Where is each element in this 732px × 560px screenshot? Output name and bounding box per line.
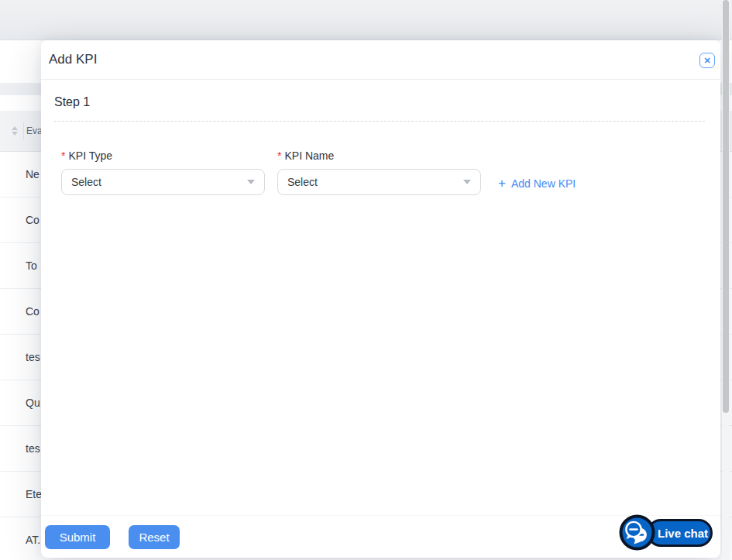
table-cell-text: tes	[26, 442, 40, 455]
table-cell-text: Qu	[26, 397, 40, 409]
live-chat-widget[interactable]: Live chat	[619, 514, 713, 551]
add-new-kpi-label: Add New KPI	[511, 177, 576, 191]
kpi-name-label-text: KPI Name	[284, 149, 334, 162]
kpi-name-select[interactable]: Select	[277, 169, 481, 195]
close-icon[interactable]: ✕	[699, 53, 715, 68]
chat-bubbles-icon	[619, 514, 655, 551]
submit-button[interactable]: Submit	[45, 525, 110, 549]
live-chat-label: Live chat	[658, 527, 708, 540]
step-divider	[54, 121, 705, 122]
modal-header: Add KPI ✕	[41, 40, 720, 80]
kpi-form-row: *KPI Type Select *KPI Name Select	[61, 149, 705, 195]
kpi-type-select[interactable]: Select	[61, 169, 265, 195]
table-cell-text: tes	[26, 351, 40, 363]
modal-title: Add KPI	[49, 52, 97, 67]
kpi-type-label-text: KPI Type	[68, 149, 112, 162]
kpi-name-field: *KPI Name Select	[277, 149, 481, 195]
table-cell-text: Ne	[26, 168, 40, 180]
kpi-type-select-value: Select	[71, 176, 101, 188]
modal-body: Step 1 *KPI Type Select *KPI Name	[41, 95, 720, 195]
reset-button[interactable]: Reset	[129, 525, 180, 549]
app-screen: Eva NeCoToCotesQutesEteAT. Add KPI ✕ Ste…	[0, 0, 732, 560]
add-new-kpi-link[interactable]: + Add New KPI	[498, 177, 576, 195]
table-column-header: Eva	[26, 125, 43, 136]
chevron-down-icon	[247, 180, 255, 184]
kpi-type-label: *KPI Type	[61, 149, 265, 163]
vertical-scrollbar-thumb[interactable]	[723, 0, 729, 413]
top-navigation-bar	[0, 0, 732, 40]
table-cell-text: Co	[26, 214, 40, 226]
sort-descending-icon	[12, 132, 18, 136]
header-column-divider	[23, 122, 24, 139]
live-chat-button[interactable]: Live chat	[647, 519, 713, 547]
kpi-name-select-value: Select	[287, 176, 318, 188]
chevron-down-icon	[463, 180, 471, 184]
kpi-type-field: *KPI Type Select	[61, 149, 265, 195]
plus-icon: +	[498, 177, 506, 190]
table-cell-text: Ete	[26, 488, 42, 500]
required-mark: *	[61, 149, 65, 162]
table-cell-text: Co	[26, 305, 40, 318]
sort-ascending-icon	[12, 126, 18, 130]
table-cell-text: AT.	[26, 534, 40, 546]
required-mark: *	[277, 149, 281, 162]
table-cell-text: To	[26, 259, 37, 272]
step-title: Step 1	[54, 95, 705, 109]
add-kpi-modal: Add KPI ✕ Step 1 *KPI Type Select	[41, 40, 720, 558]
kpi-name-label: *KPI Name	[277, 149, 481, 163]
sort-carets-icon[interactable]	[12, 126, 18, 136]
